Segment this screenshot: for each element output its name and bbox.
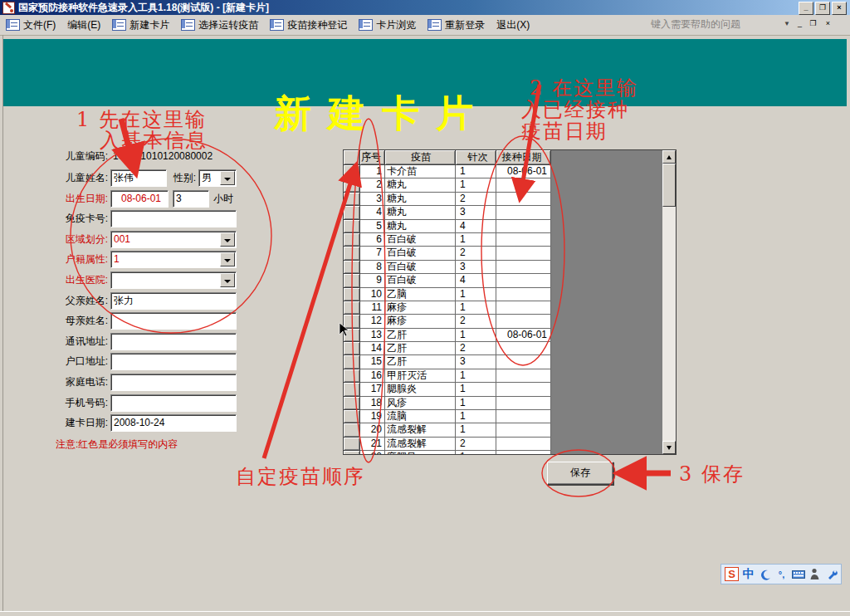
cell-num[interactable]: 1 [360,165,385,178]
row-selector[interactable] [344,369,360,383]
cell-dose[interactable]: 2 [456,315,496,328]
cell-date[interactable] [496,247,551,260]
cell-num[interactable]: 22 [360,451,385,455]
cell-num[interactable]: 18 [360,397,385,410]
cell-vac[interactable]: 流脑 [385,410,456,423]
row-selector[interactable] [344,247,360,260]
cell-dose[interactable]: 2 [456,438,496,451]
field-input-10[interactable] [110,353,237,370]
minimize-button[interactable]: _ [799,2,813,15]
cell-vac[interactable]: 卡介苗 [385,165,456,178]
child-restore-button[interactable]: ❐ [807,17,819,30]
cell-dose[interactable]: 3 [456,206,496,219]
field-input-2[interactable]: 08-06-01 [110,190,169,208]
dropdown-button[interactable] [220,252,235,266]
cell-vac[interactable]: 流感裂解 [385,423,456,437]
cell-dose[interactable]: 1 [456,288,496,301]
row-selector[interactable] [344,261,360,274]
column-header-dose[interactable]: 针次 [456,150,496,165]
sogou-input-icon[interactable]: S [725,567,739,581]
cell-date[interactable] [496,342,551,355]
row-selector[interactable] [344,165,360,178]
cell-num[interactable]: 11 [360,301,385,315]
cell-date[interactable] [496,288,551,301]
cell-date[interactable] [496,233,551,247]
cell-vac[interactable]: 百白破 [385,247,456,260]
cell-vac[interactable]: 糖丸 [385,220,456,233]
cell-dose[interactable]: 1 [456,178,496,192]
cell-vac[interactable]: 风疹 [385,397,456,410]
menu-item-8[interactable]: 退出(X) [491,16,535,34]
cell-vac[interactable]: 甲肝灭活 [385,369,456,383]
cell-vac[interactable]: 百白破 [385,274,456,287]
cell-date[interactable] [496,178,551,192]
cell-num[interactable]: 20 [360,423,385,437]
birth-hour-input[interactable]: 3 [173,190,209,208]
row-selector[interactable] [344,274,360,287]
skin-figure-icon[interactable] [808,567,822,581]
row-selector[interactable] [344,423,360,437]
cell-vac[interactable]: 百白破 [385,261,456,274]
cell-num[interactable]: 4 [360,206,385,219]
cell-vac[interactable]: 乙肝 [385,342,456,355]
cell-vac[interactable]: 流感裂解 [385,438,456,451]
cell-date[interactable]: 08-06-01 [496,329,551,342]
cell-num[interactable]: 14 [360,342,385,355]
menu-item-5[interactable]: 疫苗接种登记 [264,16,353,34]
cell-vac[interactable]: 麻疹 [385,301,456,315]
gender-select[interactable]: 男 [198,169,237,187]
menu-item-2[interactable]: 编辑(E) [61,16,106,34]
row-selector[interactable] [344,233,360,247]
cell-dose[interactable]: 3 [456,355,496,369]
cell-vac[interactable]: 乙肝 [385,329,456,342]
cell-date[interactable] [496,261,551,274]
restore-button[interactable]: ❐ [815,2,830,15]
cell-date[interactable] [496,315,551,328]
cell-vac[interactable]: 糖丸 [385,193,456,206]
dropdown-button[interactable] [220,171,235,185]
cell-vac[interactable]: 麻腮风 [385,451,456,455]
menu-item-1[interactable]: 文件(F) [0,16,61,34]
menu-item-3[interactable]: 新建卡片 [106,16,175,34]
scroll-up-button[interactable] [662,150,676,164]
cell-dose[interactable]: 1 [456,329,496,342]
field-input-5[interactable]: 1 [110,251,237,268]
row-selector[interactable] [344,220,360,233]
help-dropdown-icon[interactable]: ▼ [784,20,790,27]
row-selector-header[interactable] [344,150,360,165]
field-input-7[interactable]: 张力 [110,292,237,310]
soft-keyboard-icon[interactable] [791,567,805,581]
cell-dose[interactable]: 1 [456,233,496,247]
cell-dose[interactable]: 4 [456,274,496,287]
menu-item-4[interactable]: 选择运转疫苗 [175,16,264,34]
cell-vac[interactable]: 百白破 [385,233,456,247]
menu-item-6[interactable]: 卡片浏览 [353,16,422,34]
cell-dose[interactable]: 2 [456,247,496,260]
dropdown-button[interactable] [220,232,235,247]
cell-date[interactable] [496,355,551,369]
row-selector[interactable] [344,193,360,206]
cell-vac[interactable]: 腮腺炎 [385,383,456,396]
row-selector[interactable] [344,301,360,315]
cell-dose[interactable]: 1 [456,301,496,315]
fullwidth-moon-icon[interactable] [758,567,772,581]
cell-vac[interactable]: 糖丸 [385,178,456,192]
cell-date[interactable] [496,193,551,206]
child-minimize-button[interactable]: _ [794,17,806,30]
vertical-scrollbar[interactable] [662,150,676,454]
cell-num[interactable]: 5 [360,220,385,233]
help-search-input[interactable]: 键入需要帮助的问题 [647,17,789,32]
cell-vac[interactable]: 乙肝 [385,355,456,369]
chinese-mode-icon[interactable]: 中 [741,567,755,581]
cell-num[interactable]: 9 [360,274,385,287]
cell-num[interactable]: 21 [360,438,385,451]
field-input-6[interactable] [110,271,237,289]
row-selector[interactable] [344,315,360,328]
cell-dose[interactable]: 3 [456,261,496,274]
field-input-4[interactable]: 001 [110,231,237,248]
cell-num[interactable]: 7 [360,247,385,260]
row-selector[interactable] [344,451,360,455]
row-selector[interactable] [344,342,360,355]
cell-num[interactable]: 15 [360,355,385,369]
settings-wrench-icon[interactable] [824,567,838,581]
